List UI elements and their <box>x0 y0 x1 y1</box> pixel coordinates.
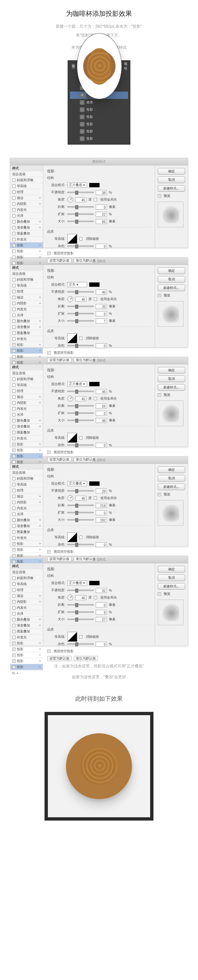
checkbox-icon[interactable] <box>12 178 16 182</box>
checkbox-icon[interactable] <box>12 594 16 598</box>
fx-footer[interactable]: fx. + - <box>10 670 43 676</box>
style-item[interactable]: 图案叠加 <box>10 628 43 635</box>
checkbox-icon[interactable] <box>12 612 16 615</box>
style-item[interactable]: 内发光 <box>10 306 43 312</box>
checkbox-icon[interactable] <box>12 325 16 329</box>
opacity-slider[interactable] <box>67 291 94 293</box>
checkbox-icon[interactable] <box>12 320 16 323</box>
checkbox-icon[interactable] <box>12 548 16 551</box>
checkbox-icon[interactable] <box>12 308 16 311</box>
color-swatch[interactable] <box>89 183 100 188</box>
size-slider[interactable] <box>67 420 94 421</box>
checkbox-icon[interactable] <box>12 501 16 504</box>
plus-icon[interactable]: + <box>39 324 41 330</box>
plus-icon[interactable]: + <box>39 301 41 306</box>
distance-slider[interactable] <box>67 505 94 506</box>
style-item-shadow[interactable]: 投影+ <box>10 541 43 547</box>
style-item-shadow[interactable]: 投影+ <box>10 354 43 360</box>
make-default-button[interactable]: 设置为默认值 <box>47 457 72 462</box>
checkbox-icon[interactable] <box>12 461 16 464</box>
checkbox-icon[interactable] <box>12 226 16 229</box>
plus-icon[interactable]: + <box>39 664 41 670</box>
checkbox-icon[interactable] <box>12 642 16 645</box>
distance-input[interactable]: 218 <box>96 503 107 508</box>
color-swatch[interactable] <box>89 581 100 585</box>
new-style-button[interactable]: 新建样式... <box>158 484 185 490</box>
plus-icon[interactable]: + <box>39 547 41 553</box>
plus-icon[interactable]: + <box>39 418 41 424</box>
opacity-input[interactable]: 29 <box>96 488 107 493</box>
style-item[interactable]: 渐变叠加+ <box>10 424 43 430</box>
style-item[interactable]: 纹理 <box>10 289 43 294</box>
style-item[interactable]: 混合选项 <box>10 370 43 376</box>
checkbox-icon[interactable] <box>12 588 16 592</box>
angle-dial[interactable] <box>67 296 73 302</box>
checkbox-icon[interactable] <box>158 294 161 297</box>
size-input[interactable]: 98 <box>96 418 107 423</box>
style-item-shadow[interactable]: 投影+ <box>10 658 43 664</box>
opacity-input[interactable]: 38 <box>96 190 107 195</box>
spread-slider[interactable] <box>67 512 94 513</box>
size-input[interactable]: 65 <box>96 219 107 224</box>
style-item[interactable]: 外发光 <box>10 635 43 640</box>
size-slider[interactable] <box>67 320 94 321</box>
checkbox-icon[interactable] <box>12 190 16 194</box>
opacity-slider[interactable] <box>67 490 94 492</box>
plus-icon[interactable]: + <box>39 195 41 201</box>
make-default-button[interactable]: 设置为默认值 <box>47 556 72 562</box>
style-item[interactable]: 渐变叠加+ <box>10 623 43 628</box>
size-slider[interactable] <box>67 619 94 620</box>
layer-row[interactable]: ○投影 <box>70 106 128 113</box>
cancel-button[interactable]: 取消 <box>158 574 185 581</box>
style-item[interactable]: 纹理 <box>10 189 43 195</box>
checkbox-icon[interactable] <box>12 582 16 586</box>
style-item-shadow[interactable]: 投影+ <box>10 248 43 254</box>
checkbox-icon[interactable] <box>12 665 16 669</box>
checkbox-icon[interactable] <box>12 600 16 603</box>
contour-thumb[interactable] <box>67 632 77 642</box>
style-item[interactable]: 斜面和浮雕 <box>10 177 43 183</box>
style-item[interactable]: 光泽 <box>10 312 43 318</box>
distance-input[interactable]: 20 <box>96 304 107 309</box>
checkbox-icon[interactable] <box>12 349 16 352</box>
checkbox-icon[interactable] <box>12 542 16 546</box>
plus-icon[interactable]: + <box>39 447 41 453</box>
checkbox-icon[interactable] <box>47 650 51 653</box>
checkbox-icon[interactable] <box>12 624 16 627</box>
checkbox-icon[interactable] <box>12 278 16 281</box>
style-item[interactable]: 渐变叠加+ <box>10 225 43 231</box>
angle-dial[interactable] <box>67 396 73 402</box>
spread-slider[interactable] <box>67 412 94 414</box>
checkbox-icon[interactable] <box>12 377 16 381</box>
style-item[interactable]: 描边+ <box>10 195 43 201</box>
opacity-input[interactable]: 45 <box>96 389 107 394</box>
style-item[interactable]: 光泽 <box>10 611 43 617</box>
layer-row[interactable]: ○投影 <box>70 113 128 121</box>
checkbox-icon[interactable] <box>12 395 16 399</box>
plus-icon[interactable]: + <box>39 254 41 260</box>
spread-slider[interactable] <box>67 213 94 215</box>
checkbox-icon[interactable] <box>79 436 83 439</box>
spread-input[interactable]: 22 <box>96 212 107 217</box>
checkbox-icon[interactable] <box>12 220 16 223</box>
style-item[interactable]: 混合选项 <box>10 569 43 575</box>
layer-row[interactable]: ○效果 <box>70 99 128 106</box>
style-item[interactable]: 外发光 <box>10 336 43 342</box>
ok-button[interactable]: 确定 <box>158 566 185 573</box>
checkbox-icon[interactable] <box>12 654 16 657</box>
size-slider[interactable] <box>67 221 94 222</box>
plus-icon[interactable]: + <box>39 348 41 354</box>
checkbox-icon[interactable] <box>158 493 161 496</box>
opacity-input[interactable]: 40 <box>96 290 107 294</box>
style-item[interactable]: 内发光 <box>10 406 43 412</box>
style-item[interactable]: 斜面和浮雕 <box>10 376 43 382</box>
plus-icon[interactable]: + <box>39 219 41 225</box>
style-item[interactable]: 光泽 <box>10 511 43 517</box>
new-style-button[interactable]: 新建样式... <box>158 384 185 391</box>
color-swatch[interactable] <box>89 282 100 287</box>
checkbox-icon[interactable] <box>12 560 16 563</box>
style-item[interactable]: 描边+ <box>10 493 43 500</box>
size-slider[interactable] <box>67 519 94 520</box>
size-input[interactable]: 192 <box>96 517 107 522</box>
layer-row[interactable]: ○投影 <box>70 128 128 135</box>
